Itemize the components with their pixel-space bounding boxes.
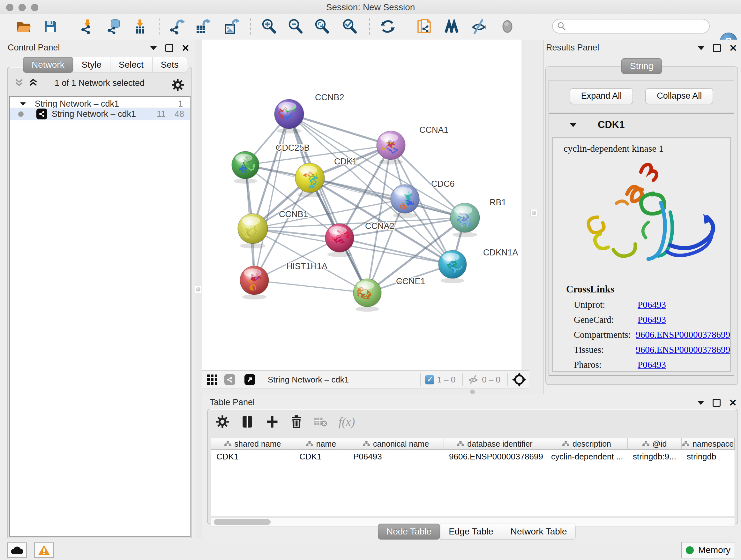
network-node-CCNB2[interactable] bbox=[274, 99, 304, 133]
crosslink-link[interactable]: P06493 bbox=[637, 314, 666, 325]
float-panel-icon[interactable] bbox=[697, 401, 704, 405]
control-panel-tabs: NetworkStyleSelectSets bbox=[23, 57, 187, 73]
network-node-CDKN1A[interactable] bbox=[439, 250, 467, 283]
float-panel-icon[interactable] bbox=[150, 46, 157, 50]
table-cell[interactable]: cyclin-dependent ... bbox=[546, 450, 628, 463]
network-node-CCNE1[interactable] bbox=[353, 279, 381, 312]
zoom-in-button[interactable] bbox=[256, 16, 282, 37]
close-panel-icon[interactable]: ✕ bbox=[182, 45, 190, 51]
memory-button[interactable]: Memory bbox=[681, 542, 735, 558]
crosslink-link[interactable]: 9606.ENSP00000378699 bbox=[636, 345, 730, 355]
birdseye-grid-icon[interactable] bbox=[207, 374, 217, 385]
table-cell[interactable]: CDK1 bbox=[211, 450, 294, 463]
splitter-knob[interactable] bbox=[195, 286, 201, 293]
hidden-eye-icon[interactable] bbox=[467, 374, 479, 385]
tree-expand-icon[interactable] bbox=[20, 102, 26, 105]
open-session-button[interactable] bbox=[10, 16, 37, 37]
column-type-icon bbox=[562, 441, 569, 447]
crosslink-link[interactable]: P06493 bbox=[637, 300, 666, 310]
control-panel-splitter[interactable] bbox=[195, 40, 202, 538]
cloud-button[interactable] bbox=[7, 543, 27, 558]
collapse-all-button[interactable]: Collapse All bbox=[645, 88, 713, 105]
network-node-CDC25B[interactable] bbox=[232, 151, 259, 184]
scrollbar-thumb[interactable] bbox=[214, 519, 271, 525]
export-network-button[interactable] bbox=[163, 16, 190, 37]
import-table-file-button[interactable] bbox=[126, 16, 153, 37]
zoom-selected-button[interactable] bbox=[336, 16, 363, 37]
network-edge[interactable] bbox=[289, 114, 391, 145]
table-cell[interactable]: stringdb bbox=[682, 450, 735, 463]
float-panel-icon[interactable] bbox=[697, 46, 704, 50]
maximize-panel-icon[interactable] bbox=[713, 44, 721, 52]
tab-edge-table[interactable]: Edge Table bbox=[440, 523, 502, 540]
close-panel-icon[interactable]: ✕ bbox=[729, 45, 737, 51]
create-column-icon[interactable] bbox=[265, 415, 279, 429]
tab-select[interactable]: Select bbox=[110, 57, 152, 73]
network-edge[interactable] bbox=[254, 280, 367, 293]
tab-network-table[interactable]: Network Table bbox=[502, 523, 576, 540]
network-node-CCNB1[interactable] bbox=[238, 213, 268, 248]
collapse-section-icon[interactable] bbox=[569, 123, 577, 127]
crosslink-link[interactable]: 9606.ENSP00000378699 bbox=[636, 329, 730, 340]
network-node-HIST1H1A[interactable] bbox=[240, 266, 269, 300]
eye-button[interactable] bbox=[494, 16, 521, 37]
table-cell[interactable]: stringdb:9... bbox=[628, 450, 682, 463]
show-columns-icon[interactable] bbox=[240, 415, 254, 429]
import-network-file-button[interactable] bbox=[74, 16, 100, 37]
search-input[interactable] bbox=[566, 21, 695, 32]
zoom-out-button[interactable] bbox=[282, 16, 309, 37]
import-network-database-button[interactable] bbox=[101, 16, 128, 37]
table-panel-splitter[interactable] bbox=[202, 389, 529, 394]
open-in-window-icon[interactable] bbox=[245, 374, 255, 385]
tab-string[interactable]: String bbox=[621, 58, 662, 74]
global-search-field[interactable] bbox=[552, 19, 710, 34]
close-panel-icon[interactable]: ✕ bbox=[729, 400, 737, 406]
tab-node-table[interactable]: Node Table bbox=[378, 523, 440, 540]
export-image-button[interactable] bbox=[218, 16, 245, 37]
maximize-panel-icon[interactable] bbox=[165, 44, 173, 52]
results-panel-splitter-knob[interactable] bbox=[530, 209, 537, 217]
tab-network[interactable]: Network bbox=[23, 57, 73, 73]
control-panel-header: Control Panel ✕ bbox=[0, 40, 195, 54]
column-header-@id[interactable]: @id bbox=[628, 438, 682, 449]
network-row[interactable]: String Network – cdk1 11 48 bbox=[10, 108, 190, 120]
copy-network-button[interactable] bbox=[411, 16, 438, 37]
selected-nodes-checkbox[interactable]: ✓ bbox=[425, 375, 434, 384]
network-type-icon[interactable] bbox=[224, 374, 235, 385]
table-row[interactable]: CDK1CDK1P064939606.ENSP00000378699cyclin… bbox=[211, 450, 735, 463]
hide-graphics-details-button[interactable] bbox=[465, 16, 492, 37]
network-edge[interactable] bbox=[254, 114, 289, 280]
table-cell[interactable]: 9606.ENSP00000378699 bbox=[444, 450, 546, 463]
gene-header-row[interactable]: CDK1 bbox=[549, 114, 734, 136]
zoom-fit-button[interactable] bbox=[309, 16, 335, 37]
column-header-description[interactable]: description bbox=[546, 438, 628, 449]
column-header-canonical-name[interactable]: canonical name bbox=[348, 438, 444, 449]
refresh-button[interactable] bbox=[374, 16, 401, 37]
column-header-database-identifier[interactable]: database identifier bbox=[444, 438, 546, 449]
save-session-button[interactable] bbox=[37, 16, 64, 37]
warning-button[interactable] bbox=[34, 543, 54, 558]
gene-details: cyclin-dependent kinase 1 bbox=[552, 137, 731, 372]
maximize-panel-icon[interactable] bbox=[713, 399, 721, 407]
table-settings-gear-icon[interactable] bbox=[215, 415, 229, 429]
gear-icon[interactable] bbox=[171, 78, 185, 91]
binoculars-icon bbox=[444, 19, 460, 34]
splitter-pill[interactable] bbox=[470, 389, 475, 394]
network-node-CCNA1[interactable] bbox=[377, 131, 405, 165]
column-header-name[interactable]: name bbox=[294, 438, 348, 449]
tab-sets[interactable]: Sets bbox=[152, 57, 187, 73]
column-header-shared-name[interactable]: shared name bbox=[211, 438, 294, 449]
table-cell[interactable]: CDK1 bbox=[294, 450, 348, 463]
network-graph[interactable]: CCNB2CCNA1CDC25BCDK1CDC6RB1CCNB1CCNA2CDK… bbox=[202, 40, 522, 370]
expand-all-button[interactable]: Expand All bbox=[569, 88, 633, 105]
fit-selected-crosshair-icon[interactable] bbox=[512, 373, 526, 387]
network-tree: String Network – cdk1 1 String Network –… bbox=[9, 96, 191, 537]
crosslink-link[interactable]: P06493 bbox=[637, 360, 666, 370]
delete-column-trash-icon[interactable] bbox=[290, 415, 303, 429]
network-node-RB1[interactable] bbox=[450, 203, 480, 237]
table-cell[interactable]: P06493 bbox=[348, 450, 444, 463]
column-header-namespace[interactable]: namespace bbox=[682, 438, 735, 449]
tab-style[interactable]: Style bbox=[73, 57, 110, 73]
binoculars-button[interactable] bbox=[438, 16, 465, 37]
export-table-button[interactable] bbox=[189, 16, 216, 37]
